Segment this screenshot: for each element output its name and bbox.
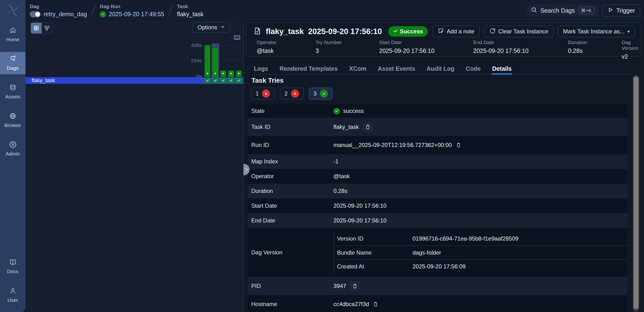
- shortcut-badge: ⌘+K: [578, 7, 594, 14]
- tab-rendered-templates[interactable]: Rendered Templates: [279, 63, 338, 74]
- row-label: Task ID: [251, 124, 334, 130]
- task-try-1[interactable]: 1: [251, 88, 274, 100]
- chart-ytick: 204s: [180, 58, 202, 64]
- nested-row-bundle-name: Bundle Namedags-folder: [334, 246, 627, 259]
- airflow-pinwheel-icon: [6, 3, 20, 18]
- search-dags-button[interactable]: Search Dags ⌘+K: [526, 4, 598, 17]
- meta-label: Operator: [257, 40, 276, 45]
- dag-run-state-square[interactable]: [220, 70, 226, 76]
- task-instance-square[interactable]: [220, 78, 226, 83]
- detail-tabs: LogsRendered TemplatesXComAsset EventsAu…: [254, 63, 631, 74]
- note-icon: [438, 28, 444, 35]
- row-value: manual__2025-09-20T12:19:56.727362+00:00: [334, 142, 452, 148]
- sidebar-nav-bottom: DocsUser: [0, 255, 26, 312]
- crumb-value[interactable]: retry_demo_dag: [44, 11, 87, 18]
- copy-button[interactable]: [373, 301, 378, 307]
- sidebar-item-user[interactable]: User: [0, 284, 26, 306]
- row-label: Map Index: [251, 158, 334, 165]
- meta-label: Dag Version: [622, 40, 638, 51]
- nested-value: dags-folder: [412, 249, 441, 256]
- dag-run-state-square[interactable]: [236, 70, 242, 76]
- row-label: Hostname: [251, 301, 334, 308]
- table-row-duration: Duration0.28s: [248, 184, 627, 198]
- dag-pause-toggle[interactable]: [30, 11, 41, 18]
- crumb-value[interactable]: 2025-09-20 17:49:55: [109, 11, 164, 18]
- sidebar-item-admin[interactable]: Admin: [0, 138, 26, 160]
- run-duration-chart: 408s204s0s: [26, 21, 244, 312]
- nested-label: Version ID: [337, 235, 412, 242]
- trigger-label: Trigger: [616, 7, 635, 14]
- meta-label: End Date: [473, 40, 528, 45]
- sidebar-item-label: Home: [6, 37, 19, 42]
- clear-task-instance-button[interactable]: Clear Task Instance: [484, 26, 554, 38]
- run-status-icon: [100, 11, 106, 18]
- grid-task-row-flaky-task[interactable]: flaky_task: [26, 77, 244, 84]
- task-instance-panel: flaky_task 2025-09-20 17:56:10 Success A…: [244, 21, 644, 312]
- scrollbar-thumb[interactable]: [634, 76, 638, 309]
- add-note-button[interactable]: Add a note: [432, 26, 480, 38]
- meta-value: @task: [257, 48, 276, 54]
- task-instance-square[interactable]: [204, 78, 210, 83]
- copy-button[interactable]: [363, 122, 373, 132]
- admin-icon: [9, 141, 16, 149]
- row-label: Duration: [251, 188, 334, 194]
- sidebar-item-label: Dags: [7, 65, 18, 71]
- check-icon: [320, 90, 328, 98]
- sidebar-nav: HomeDagsAssetsBrowseAdmin: [0, 23, 26, 160]
- table-row-operator: Operator@task: [248, 169, 627, 184]
- task-instance-square[interactable]: [228, 78, 234, 83]
- tab-xcom[interactable]: XCom: [349, 63, 367, 74]
- table-row-state: Statesuccess: [248, 104, 627, 118]
- tab-code[interactable]: Code: [466, 63, 481, 74]
- table-row-run-id: Run IDmanual__2025-09-20T12:19:56.727362…: [248, 136, 627, 154]
- dag-run-state-square[interactable]: [228, 70, 234, 76]
- meta-value: 2025-09-20 17:56:10: [379, 48, 434, 54]
- task-instance-square[interactable]: [212, 78, 218, 83]
- breadcrumb-separator: [91, 5, 96, 15]
- sidebar-item-dags[interactable]: Dags: [0, 52, 26, 74]
- try-number: 1: [256, 90, 259, 97]
- dag-run-state-square[interactable]: [204, 70, 210, 76]
- task-try-3[interactable]: 3: [309, 88, 332, 100]
- play-icon: [608, 7, 613, 14]
- table-row-pid: PID3947: [248, 277, 627, 295]
- breadcrumb: Dagretry_demo_dagDag Run2025-09-20 17:49…: [30, 4, 204, 18]
- sidebar-item-assets[interactable]: Assets: [0, 80, 26, 103]
- sidebar-item-label: Admin: [6, 151, 20, 157]
- details-scrollbar[interactable]: [633, 75, 639, 312]
- crumb-label: Dag Run: [100, 4, 164, 9]
- task-try-2[interactable]: 2: [280, 88, 304, 100]
- tab-logs[interactable]: Logs: [254, 63, 269, 74]
- meta-field-start-date: Start Date2025-09-20 17:56:10: [379, 40, 434, 54]
- task-instance-details-table: StatesuccessTask IDflaky_taskRun IDmanua…: [248, 104, 627, 312]
- tab-details[interactable]: Details: [492, 63, 512, 74]
- sidebar-item-label: User: [8, 297, 18, 303]
- sidebar-item-docs[interactable]: Docs: [0, 255, 26, 278]
- details-tab-content: Task Tries 123 StatesuccessTask IDflaky_…: [248, 75, 627, 312]
- tab-asset-events[interactable]: Asset Events: [377, 63, 416, 74]
- sidebar-item-home[interactable]: Home: [0, 23, 26, 46]
- table-row-start-date: Start Date2025-09-20 17:56:10: [248, 198, 627, 213]
- airflow-logo[interactable]: [0, 0, 26, 21]
- breadcrumb-separator: [168, 5, 173, 15]
- dag-run-state-square[interactable]: [212, 70, 218, 76]
- trigger-button[interactable]: Trigger: [602, 4, 640, 17]
- nested-row-created-at: Created At2025-09-20 17:56:09: [334, 259, 627, 273]
- task-instance-header-card: flaky_task 2025-09-20 17:56:10 Success A…: [246, 22, 642, 57]
- tab-audit-log[interactable]: Audit Log: [426, 63, 455, 74]
- meta-field-dag-version: Dag Versionv2: [622, 40, 638, 60]
- dags-icon: [9, 55, 16, 63]
- meta-field-operator: Operator@task: [257, 40, 276, 54]
- table-row-dag-version: Dag VersionVersion ID01996716-c694-71ea-…: [248, 228, 627, 277]
- task-run-datetime: 2025-09-20 17:56:10: [308, 27, 382, 36]
- copy-button[interactable]: [456, 142, 461, 148]
- task-instance-square[interactable]: [236, 78, 242, 83]
- x-icon: [291, 90, 299, 98]
- browse-icon: [9, 112, 16, 120]
- mark-task-instance-as-button[interactable]: Mark Task Instance as... ▾: [558, 26, 635, 38]
- sidebar-item-browse[interactable]: Browse: [0, 109, 26, 132]
- table-row-end-date: End Date2025-09-20 17:56:10: [248, 213, 627, 228]
- copy-button[interactable]: [350, 281, 360, 291]
- breadcrumb-dag: Dagretry_demo_dag: [30, 4, 87, 18]
- meta-field-end-date: End Date2025-09-20 17:56:10: [473, 40, 528, 54]
